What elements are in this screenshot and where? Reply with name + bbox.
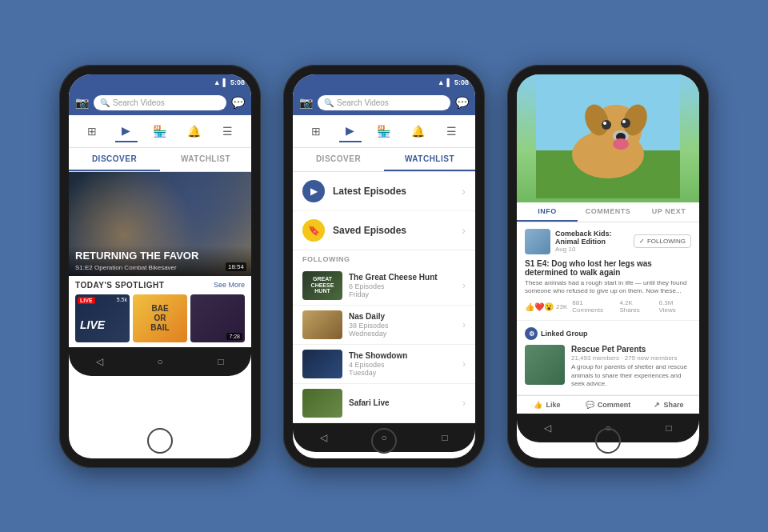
phone-1-search-bar: 📷 🔍 Search Videos 💬	[69, 90, 251, 115]
search-icon-2: 🔍	[324, 98, 334, 107]
hero-subtitle: S1:E2 Operation Combat Bikesaver	[75, 264, 245, 271]
phone-1-search-input-wrap[interactable]: 🔍 Search Videos	[94, 95, 226, 110]
nav-shop-icon[interactable]: 🏪	[149, 120, 171, 142]
show-item-cheese[interactable]: GREAT CHEESE HUNT The Great Cheese Hunt …	[293, 266, 475, 306]
show-item-nas[interactable]: Nas Daily 38 Episodes Wednesday ›	[293, 306, 475, 345]
recents-button-1[interactable]: □	[213, 354, 229, 370]
nas-meta: 38 Episodes Wednesday	[349, 322, 456, 338]
wifi-icon-2: ▲	[438, 78, 445, 86]
tab-up-next[interactable]: UP NEXT	[638, 202, 699, 222]
recents-button-2[interactable]: □	[437, 430, 453, 446]
group-info: Rescue Pet Parents 21,493 members · 279 …	[571, 345, 691, 388]
phone-1-tabs: DISCOVER WATCHLIST	[69, 148, 251, 172]
show-item-showdown[interactable]: The Showdown 4 Episodes Tuesday ›	[293, 345, 475, 384]
showdown-meta: 4 Episodes Tuesday	[349, 361, 456, 377]
back-button-1[interactable]: ◁	[91, 354, 107, 370]
time-display-2: 5:08	[454, 78, 469, 86]
see-more-link[interactable]: See More	[214, 281, 245, 289]
comment-icon: 💬	[586, 401, 594, 409]
signal-icon-2: ▌	[447, 78, 452, 86]
cheese-meta: 6 Episodes Friday	[349, 282, 456, 298]
nas-title: Nas Daily	[349, 312, 456, 321]
share-action[interactable]: ↗ Share	[638, 401, 699, 409]
nav-shop-icon-2[interactable]: 🏪	[373, 120, 395, 142]
show-item-safari[interactable]: Safari Live ›	[293, 384, 475, 423]
home-button-2[interactable]: ○	[376, 430, 392, 446]
cheese-chevron: ›	[462, 280, 466, 291]
recents-button-3[interactable]: □	[661, 420, 677, 436]
phone-2-nav-icons: ⊞ ▶ 🏪 🔔 ☰	[293, 115, 475, 148]
latest-episodes-label: Latest Episodes	[333, 186, 454, 197]
home-button-3[interactable]: ○	[600, 420, 616, 436]
svg-point-12	[622, 120, 626, 123]
camera-icon-2[interactable]: 📷	[299, 96, 313, 109]
tab-info[interactable]: INFO	[517, 202, 578, 222]
watchlist-section: ▶ Latest Episodes › 🔖 Saved Episodes ›	[293, 172, 475, 250]
cheese-title: The Great Cheese Hunt	[349, 273, 456, 282]
nav-bell-icon[interactable]: 🔔	[182, 120, 205, 142]
spotlight-section: TODAY'S SPOTLIGHT See More LIVE 5.5k LIV…	[69, 276, 251, 347]
svg-point-10	[603, 122, 606, 125]
spotlight-item-dark[interactable]: 7:28	[190, 294, 245, 342]
group-desc: A group for parents of shelter and rescu…	[571, 363, 691, 388]
nas-info: Nas Daily 38 Episodes Wednesday	[349, 312, 456, 338]
bae-text: BAE OR BAIL	[150, 304, 169, 333]
showdown-title: The Showdown	[349, 351, 456, 360]
hero-video-overlay: RETURNING THE FAVOR S1:E2 Operation Comb…	[69, 246, 251, 275]
show-info-card: Comeback Kids: Animal Edition Aug 10 ✓ F…	[517, 222, 699, 322]
phone-2-search-placeholder: Search Videos	[337, 98, 389, 107]
nav-home-icon-2[interactable]: ⊞	[305, 120, 327, 142]
following-button[interactable]: ✓ FOLLOWING	[634, 234, 691, 248]
nav-menu-icon[interactable]: ☰	[217, 120, 239, 142]
tab-discover-2[interactable]: DISCOVER	[293, 148, 384, 171]
group-name: Rescue Pet Parents	[571, 345, 691, 354]
nav-video-icon[interactable]: ▶	[115, 120, 138, 142]
home-button-1[interactable]: ○	[152, 354, 168, 370]
spotlight-title: TODAY'S SPOTLIGHT	[75, 281, 164, 290]
nav-bell-icon-2[interactable]: 🔔	[406, 120, 429, 142]
saved-chevron-icon: ›	[462, 224, 466, 237]
showdown-chevron: ›	[462, 358, 466, 370]
live-count: 5.5k	[117, 297, 127, 302]
phone-2-search-bar: 📷 🔍 Search Videos 💬	[293, 90, 475, 115]
tab-watchlist-1[interactable]: WATCHLIST	[160, 148, 251, 171]
saved-episodes-item[interactable]: 🔖 Saved Episodes ›	[293, 211, 475, 250]
spotlight-item-bae[interactable]: BAE OR BAIL	[133, 294, 187, 342]
search-icon: 🔍	[100, 98, 110, 107]
episode-title: S1 E4: Dog who lost her legs was determi…	[525, 259, 691, 277]
svg-point-11	[621, 118, 630, 128]
safari-thumb	[302, 389, 342, 418]
info-tabs: INFO COMMENTS UP NEXT	[517, 202, 699, 222]
nav-video-icon-2[interactable]: ▶	[339, 120, 362, 142]
messenger-icon-2[interactable]: 💬	[455, 96, 469, 109]
comment-action[interactable]: 💬 Comment	[578, 401, 638, 409]
messenger-icon[interactable]: 💬	[231, 96, 245, 109]
action-bar: 👍 Like 💬 Comment ↗ Share	[517, 395, 699, 414]
back-button-3[interactable]: ◁	[539, 420, 555, 436]
phone-2-search-input-wrap[interactable]: 🔍 Search Videos	[318, 95, 450, 110]
nav-menu-icon-2[interactable]: ☰	[441, 120, 463, 142]
hero-video[interactable]: RETURNING THE FAVOR S1:E2 Operation Comb…	[69, 172, 251, 276]
phone-2-screen: ▲ ▌ 5:08 📷 🔍 Search Videos 💬 ⊞ ▶ 🏪 🔔	[293, 74, 475, 458]
svg-rect-14	[602, 150, 622, 158]
tab-watchlist-2[interactable]: WATCHLIST	[384, 148, 475, 171]
episode-stats: 881 Comments	[572, 299, 614, 314]
time-display: 5:08	[230, 78, 245, 86]
back-button-2[interactable]: ◁	[315, 430, 331, 446]
phone-3-screen: INFO COMMENTS UP NEXT Comeback Kids: Ani…	[517, 74, 699, 458]
spotlight-item-live[interactable]: LIVE 5.5k LIVE	[75, 294, 130, 342]
tab-comments[interactable]: COMMENTS	[578, 202, 638, 222]
phone-3-bottom-nav: ◁ ○ □	[517, 414, 699, 442]
camera-icon[interactable]: 📷	[75, 96, 89, 109]
latest-episodes-item[interactable]: ▶ Latest Episodes ›	[293, 172, 475, 211]
nav-home-icon[interactable]: ⊞	[81, 120, 103, 142]
signal-icon: ▌	[223, 78, 228, 86]
group-card[interactable]: Rescue Pet Parents 21,493 members · 279 …	[525, 345, 691, 388]
spotlight-grid: LIVE 5.5k LIVE BAE OR BAIL	[75, 294, 245, 342]
wifi-icon: ▲	[214, 78, 221, 86]
phone-1-screen: ▲ ▌ 5:08 📷 🔍 Search Videos 💬 ⊞ ▶ 🏪 🔔	[69, 74, 251, 458]
share-icon: ↗	[654, 401, 660, 409]
tab-discover-1[interactable]: DISCOVER	[69, 148, 160, 171]
like-action[interactable]: 👍 Like	[517, 401, 578, 409]
cheese-info: The Great Cheese Hunt 6 Episodes Friday	[349, 273, 456, 298]
